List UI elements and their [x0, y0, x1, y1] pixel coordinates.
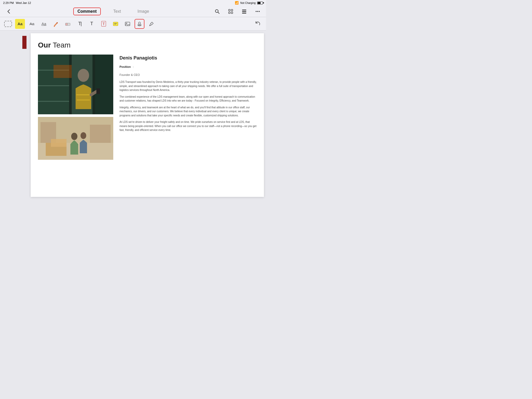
left-sidebar	[0, 31, 29, 200]
nav-tabs: Comment Text Image	[14, 8, 213, 15]
tab-text[interactable]: Text	[109, 8, 125, 15]
page-marker	[22, 36, 26, 49]
image-placeholder-icon	[124, 21, 131, 27]
wifi-icon: 📶	[235, 1, 239, 5]
tab-comment[interactable]: Comment	[73, 8, 101, 15]
bio-para-1: LDS Transport was founded by Denis Medei…	[119, 80, 257, 92]
bio-para-4: At LDS we're driven to deliver your frei…	[119, 120, 257, 132]
image-placeholder-tool[interactable]	[123, 19, 132, 29]
status-date: Wed Jan 12	[16, 1, 31, 4]
text-highlight-yellow-button[interactable]: Aa	[15, 19, 25, 29]
stamp-tool[interactable]	[135, 19, 144, 29]
position-label: Position	[119, 65, 131, 69]
status-time: 2:29 PM	[3, 1, 14, 4]
highlighter-tool[interactable]	[51, 19, 61, 29]
warehouse-photo-1-svg	[38, 55, 113, 114]
position-separator: :	[133, 65, 134, 69]
svg-rect-30	[54, 65, 72, 78]
battery-fill	[258, 2, 261, 4]
text-column: Denis Panagiotis Position : Founder & CE…	[119, 55, 257, 189]
position-value: Founder & CEO	[119, 73, 140, 76]
title-regular: Team	[51, 41, 71, 49]
bordered-text-label: T	[101, 21, 106, 26]
highlighter-icon	[53, 21, 59, 27]
grid-button[interactable]	[227, 7, 235, 16]
svg-point-10	[257, 11, 258, 12]
list-button[interactable]	[240, 7, 248, 16]
status-time-date: 2:29 PM Wed Jan 12	[3, 1, 31, 4]
svg-line-1	[218, 12, 219, 14]
svg-point-20	[138, 22, 141, 24]
bio-para-3: Integrity, efficiency, and teamwork are …	[119, 105, 257, 118]
back-button[interactable]	[4, 7, 14, 16]
warehouse-photo-2	[38, 117, 113, 160]
svg-point-41	[71, 133, 77, 140]
bio-section: LDS Transport was founded by Denis Medei…	[119, 80, 257, 132]
battery-icon	[257, 2, 263, 4]
svg-rect-4	[229, 12, 230, 14]
stamp-icon	[137, 21, 142, 27]
content-area: Our Team	[0, 31, 266, 200]
svg-rect-18	[125, 22, 130, 26]
selector-dashed-border	[4, 21, 12, 27]
svg-rect-2	[229, 9, 230, 11]
nav-bar: Comment Text Image	[0, 6, 266, 17]
eraser-icon	[65, 21, 71, 27]
svg-rect-6	[242, 10, 246, 10]
status-right-icons: 📶 Not Charging	[235, 1, 263, 5]
svg-rect-8	[242, 13, 246, 14]
text-cursor-label: T|	[78, 21, 81, 26]
notes-tool[interactable]	[111, 19, 121, 29]
bio-para-2: The combined experience of the LDS manag…	[119, 95, 257, 103]
title-bold: Our	[38, 41, 51, 49]
selector-tool[interactable]	[3, 19, 13, 29]
position-row: Position :	[119, 65, 257, 69]
status-bar: 2:29 PM Wed Jan 12 📶 Not Charging	[0, 0, 266, 6]
ink-pen-tool[interactable]	[147, 19, 156, 29]
document-page: Our Team	[31, 33, 264, 197]
svg-point-22	[149, 25, 150, 26]
highlight-aa-label: Aa	[17, 22, 22, 26]
svg-rect-38	[90, 125, 111, 143]
bordered-text-tool[interactable]: T	[99, 19, 109, 29]
svg-point-42	[81, 132, 86, 139]
undo-icon	[255, 21, 261, 27]
tab-image[interactable]: Image	[133, 8, 153, 15]
svg-rect-15	[113, 22, 118, 26]
svg-rect-3	[231, 9, 233, 11]
person-name: Denis Panagiotis	[119, 55, 257, 62]
page-title: Our Team	[38, 41, 257, 49]
warehouse-photo-1	[38, 55, 113, 114]
eraser-tool[interactable]	[63, 19, 73, 29]
underline-aa-label: Aa	[42, 22, 46, 26]
not-charging-label: Not Charging	[240, 2, 256, 4]
svg-rect-14	[65, 23, 68, 25]
nav-right-actions	[213, 7, 262, 16]
svg-rect-5	[231, 12, 233, 14]
image-column	[38, 55, 113, 189]
svg-rect-40	[51, 139, 66, 147]
warehouse-photo-2-svg	[38, 117, 113, 160]
svg-point-31	[78, 69, 89, 82]
undo-button[interactable]	[253, 19, 263, 29]
strikethrough-aa-label: Aa	[30, 22, 34, 26]
text-tool[interactable]: T	[87, 19, 97, 29]
text-cursor-tool[interactable]: T|	[75, 19, 85, 29]
svg-rect-7	[242, 11, 246, 12]
strikethrough-text-button[interactable]: Aa	[27, 19, 37, 29]
svg-rect-26	[95, 55, 113, 114]
annotation-toolbar: Aa Aa Aa T| T T	[0, 17, 266, 31]
underline-text-button[interactable]: Aa	[39, 19, 49, 29]
svg-rect-24	[38, 55, 69, 114]
svg-point-9	[256, 11, 257, 12]
search-button[interactable]	[213, 7, 221, 16]
notes-icon	[112, 21, 119, 27]
text-label: T	[90, 21, 93, 26]
content-grid: Denis Panagiotis Position : Founder & CE…	[38, 55, 257, 189]
more-button[interactable]	[254, 7, 262, 16]
svg-rect-34	[96, 88, 100, 94]
pen-icon	[148, 21, 155, 27]
svg-point-11	[259, 11, 260, 12]
